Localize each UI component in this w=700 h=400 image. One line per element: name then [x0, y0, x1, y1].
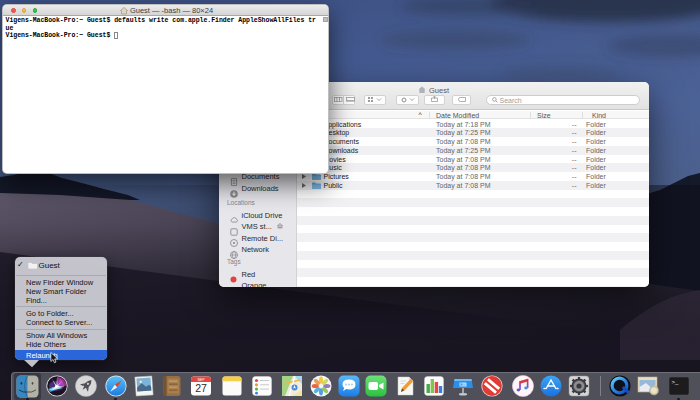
svg-text:>_: >_ [671, 379, 679, 385]
svg-text:27: 27 [195, 382, 207, 394]
